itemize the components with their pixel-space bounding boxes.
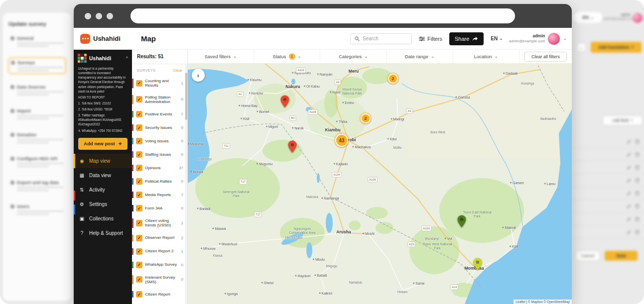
edit-icon[interactable] bbox=[627, 204, 631, 208]
background-language-selector[interactable]: EN⌄ bbox=[574, 12, 603, 23]
map-pin-marker[interactable] bbox=[288, 140, 297, 155]
background-panel-item[interactable]: Export and tag data bbox=[8, 178, 66, 193]
filter-dropdown[interactable]: Saved filters ⌄ bbox=[188, 50, 254, 63]
survey-filter-row[interactable]: ✓ Voting Issues 0 bbox=[132, 134, 187, 148]
survey-filter-row[interactable]: ✓ WhatsApp Survey 0 bbox=[132, 258, 187, 272]
delete-icon[interactable] bbox=[636, 204, 639, 208]
survey-checkbox[interactable]: ✓ bbox=[136, 276, 142, 283]
browser-url-bar[interactable] bbox=[130, 8, 515, 23]
sidebar-nav-item[interactable]: ◉ Map view bbox=[74, 154, 132, 168]
survey-checkbox[interactable]: ✓ bbox=[136, 178, 142, 185]
filter-dropdown[interactable]: Status 1 ⌄ bbox=[254, 50, 320, 63]
background-panel-item[interactable]: Configure HDX API bbox=[8, 154, 66, 169]
user-menu[interactable]: admin admin@example.com ⌄ bbox=[509, 33, 572, 45]
survey-checkbox[interactable]: ✓ bbox=[136, 262, 142, 268]
map-pin-marker[interactable] bbox=[280, 95, 289, 110]
delete-icon[interactable] bbox=[636, 153, 639, 157]
survey-filter-row[interactable]: ✓ Opinions 37 bbox=[132, 161, 187, 175]
survey-checkbox[interactable]: ✓ bbox=[136, 165, 142, 171]
survey-checkbox[interactable]: ✓ bbox=[136, 291, 142, 298]
survey-filter-row[interactable]: ✓ Positive Events 7 bbox=[132, 107, 187, 121]
survey-filter-row[interactable]: ✓ Media Reports 7 bbox=[132, 188, 187, 202]
place-name: Kericho bbox=[252, 92, 263, 95]
survey-filter-row[interactable]: ✓ Citizen Report bbox=[132, 288, 187, 301]
filter-dropdown[interactable]: Location ⌄ bbox=[453, 50, 519, 63]
delete-icon[interactable] bbox=[636, 166, 639, 170]
survey-checkbox[interactable]: ✓ bbox=[136, 220, 142, 226]
background-panel-item[interactable]: Import bbox=[8, 106, 66, 121]
survey-checkbox[interactable]: ✓ bbox=[136, 138, 142, 144]
survey-filter-row[interactable]: ✓ Political Rallies 0 bbox=[132, 175, 187, 188]
edit-icon[interactable] bbox=[627, 230, 631, 234]
survey-checkbox[interactable]: ✓ bbox=[136, 205, 142, 211]
delete-icon[interactable] bbox=[636, 230, 639, 234]
save-button[interactable]: Save bbox=[605, 251, 638, 261]
survey-filter-row[interactable]: ✓ Security Issues 0 bbox=[132, 121, 187, 134]
survey-checkbox[interactable]: ✓ bbox=[136, 192, 142, 198]
sidebar-nav-item[interactable]: ▣ Collections bbox=[74, 211, 132, 226]
clear-all-filters-button[interactable]: Clear all filters bbox=[524, 52, 567, 62]
scrollbar-thumb[interactable] bbox=[185, 73, 187, 120]
map-cluster-marker[interactable]: 43 bbox=[335, 134, 348, 147]
deployment-header[interactable]: Ushahidi ^ bbox=[74, 50, 132, 66]
delete-icon[interactable] bbox=[636, 217, 639, 221]
edit-icon[interactable] bbox=[627, 179, 631, 183]
survey-filter-row[interactable]: ✓ Polling Station Administration 0 bbox=[132, 92, 187, 108]
sidebar-nav-item[interactable]: ⚙ Settings bbox=[74, 197, 132, 211]
place-name: Namalulu bbox=[349, 281, 363, 284]
background-panel-item[interactable]: Surveys bbox=[8, 58, 66, 74]
add-translation-button[interactable]: Add translation+ bbox=[591, 42, 642, 53]
add-field-button[interactable]: Add field+ bbox=[603, 115, 643, 125]
map-pin-marker[interactable] bbox=[473, 258, 482, 273]
survey-checkbox[interactable]: ✓ bbox=[136, 124, 142, 131]
edit-icon[interactable] bbox=[627, 217, 631, 221]
survey-checkbox[interactable]: ✓ bbox=[136, 111, 142, 117]
delete-icon[interactable] bbox=[636, 179, 639, 183]
background-dropdown-chip[interactable]: ⌄ bbox=[577, 43, 586, 52]
filter-dropdown[interactable]: Categories ⌄ bbox=[320, 50, 386, 63]
survey-checkbox[interactable]: ✓ bbox=[136, 248, 142, 255]
survey-filter-row[interactable]: ✓ Citizen voting trends (USSD) 1 bbox=[132, 215, 187, 231]
sidebar-nav-item[interactable]: ▦ Data view bbox=[74, 168, 132, 183]
survey-filter-row[interactable]: ✓ Form 34A 0 bbox=[132, 202, 187, 215]
survey-filter-row[interactable]: ✓ Irrelevant Survey (SMS) 0 bbox=[132, 272, 187, 288]
window-control-dot[interactable] bbox=[107, 13, 113, 19]
delete-icon[interactable] bbox=[636, 192, 639, 196]
background-panel-item[interactable]: Donation bbox=[8, 130, 66, 145]
window-control-dot[interactable] bbox=[85, 13, 91, 19]
edit-icon[interactable] bbox=[627, 140, 631, 144]
survey-filter-row[interactable]: ✓ Citizen Report 2 1 bbox=[132, 245, 187, 258]
scrollbar[interactable] bbox=[185, 64, 187, 304]
clear-surveys-link[interactable]: Clear bbox=[173, 68, 182, 73]
blurred-text-bar bbox=[17, 70, 49, 71]
edit-icon[interactable] bbox=[627, 153, 631, 157]
sidebar-nav-item[interactable]: ⇅ Activity bbox=[74, 183, 132, 197]
window-control-dot[interactable] bbox=[96, 13, 102, 19]
share-button[interactable]: Share bbox=[449, 32, 484, 45]
background-panel-item[interactable]: Data Sources bbox=[8, 83, 66, 98]
edit-icon[interactable] bbox=[627, 166, 631, 170]
map-cluster-marker[interactable]: 2 bbox=[388, 74, 398, 84]
survey-checkbox[interactable]: ✓ bbox=[136, 80, 142, 87]
survey-filter-row[interactable]: ✓ Staffing Issues 0 bbox=[132, 148, 187, 161]
map-canvas[interactable]: Kisumu Nyahururu Nanyuki Meru Dadaab Hoo… bbox=[188, 64, 572, 304]
survey-checkbox[interactable]: ✓ bbox=[136, 235, 142, 241]
language-selector[interactable]: EN ⌄ bbox=[491, 36, 503, 41]
search-input[interactable]: Search bbox=[350, 33, 412, 44]
add-new-post-button[interactable]: Add new post + bbox=[78, 138, 128, 150]
cancel-button[interactable]: Cancel bbox=[576, 251, 600, 261]
map-pin-marker[interactable] bbox=[457, 215, 466, 230]
survey-filter-row[interactable]: ✓ Observer Report 2 bbox=[132, 231, 187, 245]
survey-checkbox[interactable]: ✓ bbox=[136, 96, 142, 102]
map-cluster-marker[interactable]: 2 bbox=[361, 113, 371, 123]
sidebar-nav-item[interactable]: ? Help & Support bbox=[74, 226, 132, 240]
survey-checkbox[interactable]: ✓ bbox=[136, 151, 142, 158]
edit-icon[interactable] bbox=[627, 192, 631, 196]
background-panel-item[interactable]: Users bbox=[8, 202, 66, 217]
filters-button[interactable]: Filters bbox=[419, 36, 442, 42]
delete-icon[interactable] bbox=[636, 140, 639, 144]
filter-dropdown[interactable]: Date range ⌄ bbox=[387, 50, 453, 63]
collapse-panel-button[interactable]: ‹ bbox=[192, 69, 205, 82]
survey-filter-row[interactable]: ✓ Counting and Results 1 bbox=[132, 75, 187, 92]
background-panel-item[interactable]: General bbox=[8, 34, 66, 49]
